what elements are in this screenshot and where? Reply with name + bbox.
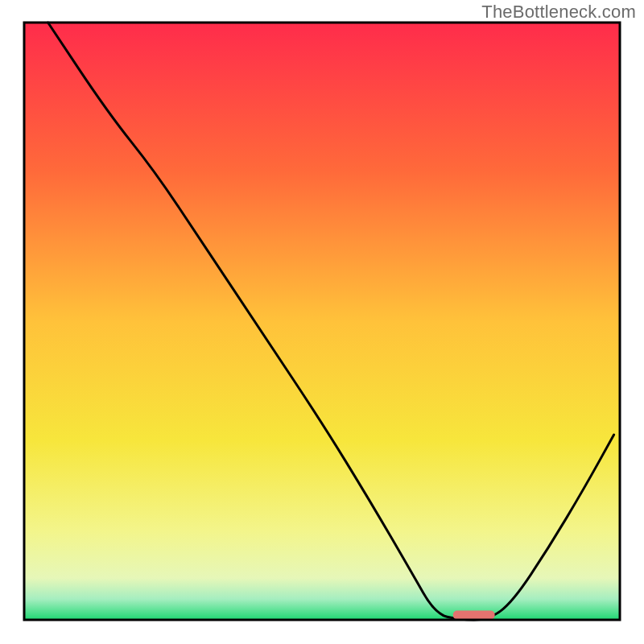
bottleneck-chart xyxy=(0,0,644,644)
optimal-marker xyxy=(453,611,495,620)
plot-background xyxy=(24,23,620,620)
chart-container: TheBottleneck.com xyxy=(0,0,644,644)
watermark-text: TheBottleneck.com xyxy=(481,2,636,23)
